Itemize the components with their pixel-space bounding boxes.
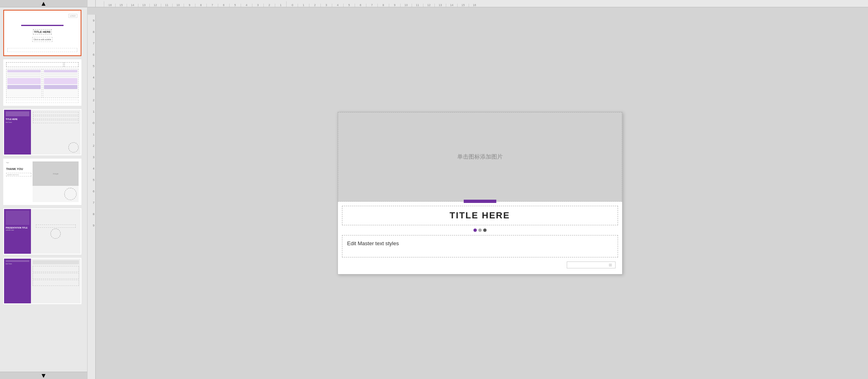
thumb4-thank-text: THANK YOU	[6, 168, 31, 170]
ruler-tick-2: 2	[309, 4, 320, 7]
chevron-up-icon: ▲	[40, 0, 47, 7]
ruler-tick-0: ·0	[286, 1, 298, 7]
footer-text	[570, 263, 572, 267]
ruler-left-9: 9	[93, 15, 94, 26]
thumb1-preview: LOGO TITLE HERE Click to edit subtitle	[4, 11, 81, 55]
master-text-box[interactable]: Edit Master text styles	[342, 235, 618, 257]
ruler-left-8: 8	[93, 26, 94, 37]
slide-bottom: TITLE HERE Edit Master text styles	[338, 202, 622, 274]
ruler-ticks: ·16 15 14 13 12 11 10 9 8 7 6 5 4 3 2 1	[104, 0, 480, 7]
ruler-left-neg5: 5	[93, 174, 94, 185]
dot-2	[478, 229, 482, 232]
ruler-left-neg1: 1	[93, 129, 94, 140]
thumb1-logo: LOGO	[68, 14, 77, 18]
ruler-left-neg3: 3	[93, 151, 94, 163]
ruler-tick-neg16: ·16	[104, 1, 115, 7]
accent-bar	[464, 200, 496, 203]
ruler-tick-neg15: 15	[115, 4, 127, 7]
scroll-down-button[interactable]: ▼	[0, 372, 87, 379]
ruler-left-1: 1	[93, 106, 94, 117]
ruler-tick-neg11: 11	[161, 4, 172, 7]
title-box[interactable]: TITLE HERE	[342, 206, 618, 225]
dot-3	[483, 229, 487, 232]
ruler-tick-neg14: 14	[127, 4, 138, 7]
ruler-left-neg2: 2	[93, 140, 94, 151]
ruler-left-6: 6	[93, 49, 94, 60]
thumb3-preview: TITLE HERE text here	[4, 110, 81, 155]
main-area: ·16 15 14 13 12 11 10 9 8 7 6 5 4 3 2 1	[88, 0, 868, 379]
thumb5-preview: PRESENTATION TITLE subtitle text	[4, 209, 81, 254]
ruler-tick-neg8: 8	[195, 4, 206, 7]
ruler-tick-4: 4	[332, 4, 343, 7]
thumb4-preview: logo THANK YOU subtitle text here image	[4, 159, 81, 204]
ruler-tick-6: 6	[355, 4, 366, 7]
ruler-left-4: 4	[93, 72, 94, 83]
footer-icon: ⊞	[609, 263, 612, 267]
thumbnail-slide-2[interactable]	[3, 59, 81, 106]
canvas-area[interactable]: 单击图标添加图片 TITLE HERE	[88, 7, 868, 379]
ruler-tick-neg1: 1	[275, 4, 286, 7]
thumbnails-list: LOGO TITLE HERE Click to edit subtitle	[0, 7, 87, 379]
ruler-tick-3: 3	[320, 4, 332, 7]
chevron-down-icon: ▼	[40, 372, 47, 379]
ruler-left-neg6: 6	[93, 185, 94, 197]
thumbnail-panel: ▲ LOGO TITLE HERE Click to edit subtitle	[0, 0, 88, 379]
ruler-left-numbers: 9 8 7 6 5 4 3 2 1 ·0 1 2 3 4 5 6 7	[92, 15, 95, 231]
footer-box: ⊞	[567, 261, 616, 268]
ruler-left-2: 2	[93, 94, 94, 106]
ruler-tick-neg6: 6	[218, 4, 229, 7]
ruler-tick-16: 16	[469, 4, 480, 7]
ruler-tick-neg7: 7	[206, 4, 218, 7]
slide-title: TITLE HERE	[346, 210, 614, 221]
ruler-top: ·16 15 14 13 12 11 10 9 8 7 6 5 4 3 2 1	[88, 0, 868, 7]
ruler-left-7: 7	[93, 37, 94, 49]
ruler-tick-neg9: 9	[184, 4, 195, 7]
thumb3-title: TITLE HERE	[6, 118, 29, 120]
thumbnail-slide-1[interactable]: LOGO TITLE HERE Click to edit subtitle	[3, 10, 81, 56]
thumb4-logo: logo	[6, 161, 31, 163]
ruler-tick-11: 11	[412, 4, 423, 7]
ruler-tick-neg3: 3	[252, 4, 263, 7]
ruler-tick-15: 15	[457, 4, 469, 7]
ruler-tick-neg2: 2	[263, 4, 275, 7]
app-container: ▲ LOGO TITLE HERE Click to edit subtitle	[0, 0, 868, 379]
ruler-tick-5: 5	[343, 4, 355, 7]
ruler-left: 9 8 7 6 5 4 3 2 1 ·0 1 2 3 4 5 6 7	[88, 15, 96, 379]
thumbnail-slide-5[interactable]: PRESENTATION TITLE subtitle text	[3, 208, 81, 255]
master-text: Edit Master text styles	[347, 240, 399, 246]
ruler-tick-10: 10	[400, 4, 412, 7]
ruler-left-3: 3	[93, 83, 94, 94]
ruler-left-neg4: 4	[93, 163, 94, 174]
ruler-left-0: ·0	[92, 117, 94, 129]
ruler-tick-14: 14	[446, 4, 457, 7]
main-slide: 单击图标添加图片 TITLE HERE	[338, 112, 623, 274]
thumbnail-slide-3[interactable]: TITLE HERE text here	[3, 109, 81, 155]
ruler-left-5: 5	[93, 60, 94, 72]
ruler-tick-7: 7	[366, 4, 377, 7]
ruler-tick-neg4: 4	[241, 4, 252, 7]
thumb1-title: TITLE HERE	[33, 29, 52, 35]
canvas-wrapper: 9 8 7 6 5 4 3 2 1 ·0 1 2 3 4 5 6 7	[88, 7, 868, 379]
thumb5-text: subtitle text	[6, 229, 29, 231]
thumb6-preview: text here	[4, 259, 81, 303]
dot-1	[473, 229, 477, 232]
scroll-up-button[interactable]: ▲	[0, 0, 87, 7]
thumbnail-slide-6[interactable]: text here	[3, 258, 81, 304]
ruler-tick-13: 13	[434, 4, 446, 7]
ruler-content: ·16 15 14 13 12 11 10 9 8 7 6 5 4 3 2 1	[96, 0, 868, 7]
thumb6-text: text here	[6, 263, 29, 265]
ruler-tick-12: 12	[423, 4, 434, 7]
thumb4-sub: subtitle text here	[6, 173, 31, 176]
ruler-tick-1: 1	[298, 4, 309, 7]
ruler-left-neg9: 9	[93, 220, 94, 231]
thumbnail-slide-4[interactable]: logo THANK YOU subtitle text here image	[3, 159, 81, 205]
image-placeholder-area[interactable]: 单击图标添加图片	[338, 112, 622, 202]
thumb1-subtitle: Click to edit subtitle	[32, 37, 52, 42]
ruler-tick-neg13: 13	[138, 4, 149, 7]
ruler-left-neg8: 8	[93, 208, 94, 220]
image-placeholder-text: 单击图标添加图片	[457, 153, 503, 161]
ruler-tick-neg12: 12	[149, 4, 161, 7]
thumb3-text: text here	[6, 121, 29, 123]
ruler-tick-9: 9	[389, 4, 400, 7]
ruler-tick-8: 8	[377, 4, 389, 7]
